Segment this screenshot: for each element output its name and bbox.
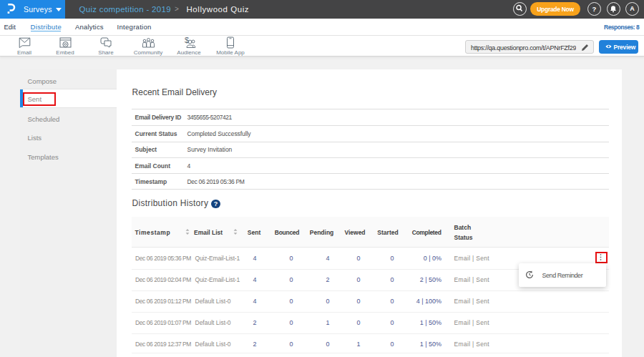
svg-text:$: $ bbox=[185, 36, 189, 44]
